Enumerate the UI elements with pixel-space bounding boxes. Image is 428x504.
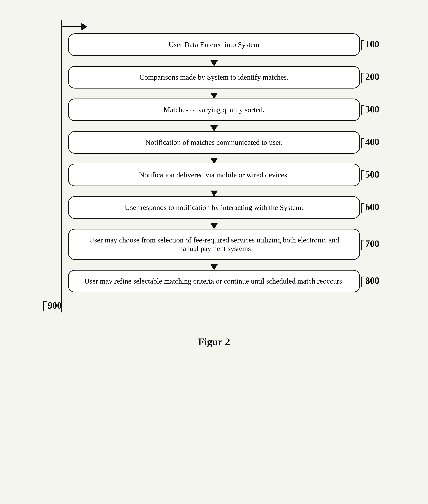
- entry-line: [61, 26, 82, 27]
- arrowhead-4: [210, 158, 218, 164]
- arrow-1: [33, 56, 395, 66]
- num-900: 900: [48, 301, 62, 310]
- step-700: User may choose from selection of fee-re…: [33, 229, 395, 260]
- arrow-line-1: [214, 56, 214, 66]
- entry-arrow-row: [33, 20, 395, 34]
- entry-arrow: [61, 23, 87, 30]
- figure-caption: Figur 2: [33, 336, 395, 348]
- step-600: User responds to notification by interac…: [33, 196, 395, 219]
- ref-num-step-800: 800: [365, 276, 379, 285]
- box-step-100: User Data Entered into System: [68, 34, 360, 56]
- arrow-7: [33, 260, 395, 270]
- arrow-line-2: [214, 89, 214, 99]
- step-800: User may refine selectable matching crit…: [33, 270, 395, 292]
- ref-step-500: 500: [361, 170, 379, 180]
- ref-num-step-300: 300: [365, 105, 379, 114]
- ref-num-step-500: 500: [365, 170, 379, 179]
- arrow-6: [33, 219, 395, 229]
- bracket-shape: [361, 40, 364, 50]
- box-step-800: User may refine selectable matching crit…: [68, 270, 360, 292]
- arrow-2: [33, 89, 395, 99]
- arrow-line-3: [214, 121, 214, 131]
- bracket-900: [43, 302, 47, 311]
- box-step-300: Matches of varying quality sorted.: [68, 99, 360, 121]
- bracket-shape: [361, 138, 364, 148]
- ref-num-step-700: 700: [365, 239, 379, 248]
- bracket-shape: [361, 203, 364, 213]
- arrowhead-7: [210, 264, 218, 270]
- bracket-shape: [361, 73, 364, 83]
- arrow-line-7: [214, 260, 214, 270]
- box-step-400: Notification of matches communicated to …: [68, 131, 360, 154]
- arrowhead-1: [210, 60, 218, 66]
- step-100: User Data Entered into System100: [33, 34, 395, 56]
- ref-step-800: 800: [361, 276, 379, 286]
- ref-step-600: 600: [361, 202, 379, 213]
- arrow-line-5: [214, 186, 214, 196]
- box-step-700: User may choose from selection of fee-re…: [68, 229, 360, 260]
- bracket-shape: [361, 105, 364, 115]
- bracket-shape: [361, 170, 364, 180]
- step-500: Notification delivered via mobile or wir…: [33, 164, 395, 186]
- box-step-500: Notification delivered via mobile or wir…: [68, 164, 360, 186]
- bracket-shape: [361, 277, 364, 286]
- ref-step-700: 700: [361, 239, 379, 250]
- arrow-line-6: [214, 219, 214, 229]
- loop-bottom-area: 900: [33, 292, 395, 312]
- box-step-200: Comparisons made by System to identify m…: [68, 66, 360, 89]
- diagram-container: User Data Entered into System100Comparis…: [33, 13, 395, 312]
- entry-arrowhead: [82, 23, 87, 30]
- arrow-4: [33, 154, 395, 164]
- arrow-3: [33, 121, 395, 131]
- box-step-600: User responds to notification by interac…: [68, 196, 360, 219]
- ref-num-step-400: 400: [365, 137, 379, 146]
- ref-num-step-200: 200: [365, 72, 379, 81]
- ref-step-400: 400: [361, 137, 379, 148]
- bracket-shape: [361, 240, 364, 250]
- arrowhead-2: [210, 93, 218, 99]
- ref-step-200: 200: [361, 72, 379, 83]
- step-200: Comparisons made by System to identify m…: [33, 66, 395, 89]
- arrowhead-3: [210, 126, 218, 131]
- ref-num-step-100: 100: [365, 39, 379, 49]
- ref-900: 900: [43, 301, 62, 311]
- arrow-line-4: [214, 154, 214, 164]
- arrowhead-6: [210, 223, 218, 229]
- step-300: Matches of varying quality sorted.300: [33, 99, 395, 121]
- arrowhead-5: [210, 191, 218, 197]
- ref-num-step-600: 600: [365, 202, 379, 212]
- ref-step-300: 300: [361, 105, 379, 115]
- arrow-5: [33, 186, 395, 196]
- ref-step-100: 100: [361, 39, 379, 50]
- step-400: Notification of matches communicated to …: [33, 131, 395, 154]
- page: User Data Entered into System100Comparis…: [0, 0, 428, 504]
